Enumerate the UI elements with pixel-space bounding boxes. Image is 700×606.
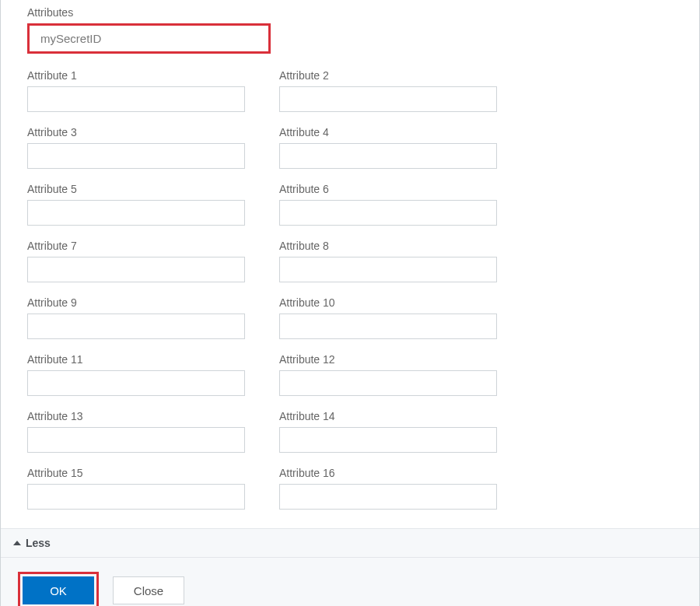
attribute-field: Attribute 9	[27, 296, 245, 339]
attribute-input[interactable]	[279, 143, 497, 169]
attribute-input[interactable]	[279, 427, 497, 453]
attribute-field: Attribute 3	[27, 126, 245, 169]
attribute-label: Attribute 15	[27, 467, 245, 479]
attribute-label: Attribute 2	[279, 69, 497, 82]
attribute-field: Attribute 2	[279, 69, 497, 112]
attribute-field: Attribute 8	[279, 240, 497, 282]
attribute-field: Attribute 11	[27, 353, 245, 396]
attribute-field: Attribute 16	[279, 467, 497, 510]
attribute-input[interactable]	[279, 370, 497, 396]
ok-highlight: OK	[18, 572, 99, 606]
attribute-input[interactable]	[279, 257, 497, 282]
attribute-label: Attribute 11	[27, 353, 245, 366]
attribute-field: Attribute 7	[27, 240, 245, 282]
attribute-input[interactable]	[27, 143, 245, 169]
close-button[interactable]: Close	[113, 576, 184, 604]
attribute-input[interactable]	[279, 200, 497, 226]
attribute-field: Attribute 14	[279, 410, 497, 453]
attribute-field: Attribute 6	[279, 183, 497, 226]
attribute-field: Attribute 15	[27, 467, 245, 510]
attribute-label: Attribute 14	[279, 410, 497, 422]
caret-up-icon	[13, 541, 21, 545]
ok-button[interactable]: OK	[23, 576, 94, 604]
attributes-content: Attributes mySecretID Attribute 1Attribu…	[1, 0, 699, 528]
attribute-label: Attribute 8	[279, 240, 497, 252]
attribute-input[interactable]	[27, 314, 245, 339]
dialog-footer: OK Close	[1, 558, 699, 606]
collapse-label: Less	[26, 537, 51, 549]
attribute-label: Attribute 3	[27, 126, 245, 138]
attribute-label: Attribute 16	[279, 467, 497, 479]
attribute-input[interactable]	[27, 200, 245, 226]
external-attribute-input[interactable]: mySecretID	[27, 23, 271, 54]
attribute-label: Attribute 9	[27, 296, 245, 309]
attributes-grid: Attribute 1Attribute 2Attribute 3Attribu…	[27, 69, 673, 510]
attribute-label: Attribute 1	[27, 69, 245, 82]
attributes-panel: Attributes mySecretID Attribute 1Attribu…	[0, 0, 700, 606]
attribute-input[interactable]	[27, 427, 245, 453]
attribute-field: Attribute 1	[27, 69, 245, 112]
attribute-label: Attribute 4	[279, 126, 497, 138]
attribute-input[interactable]	[27, 257, 245, 282]
attribute-label: Attribute 6	[279, 183, 497, 195]
attribute-label: Attribute 7	[27, 240, 245, 252]
attribute-label: Attribute 10	[279, 296, 497, 309]
attribute-field: Attribute 5	[27, 183, 245, 226]
attribute-field: Attribute 10	[279, 296, 497, 339]
attribute-field: Attribute 12	[279, 353, 497, 396]
section-title: Attributes	[27, 6, 673, 19]
attribute-input[interactable]	[279, 86, 497, 112]
attribute-input[interactable]	[27, 86, 245, 112]
attribute-label: Attribute 13	[27, 410, 245, 422]
attribute-label: Attribute 12	[279, 353, 497, 366]
attribute-input[interactable]	[279, 484, 497, 510]
attribute-field: Attribute 4	[279, 126, 497, 169]
attribute-input[interactable]	[27, 484, 245, 510]
collapse-toggle[interactable]: Less	[1, 528, 699, 558]
attribute-input[interactable]	[27, 370, 245, 396]
attribute-label: Attribute 5	[27, 183, 245, 195]
attribute-field: Attribute 13	[27, 410, 245, 453]
attribute-input[interactable]	[279, 314, 497, 339]
